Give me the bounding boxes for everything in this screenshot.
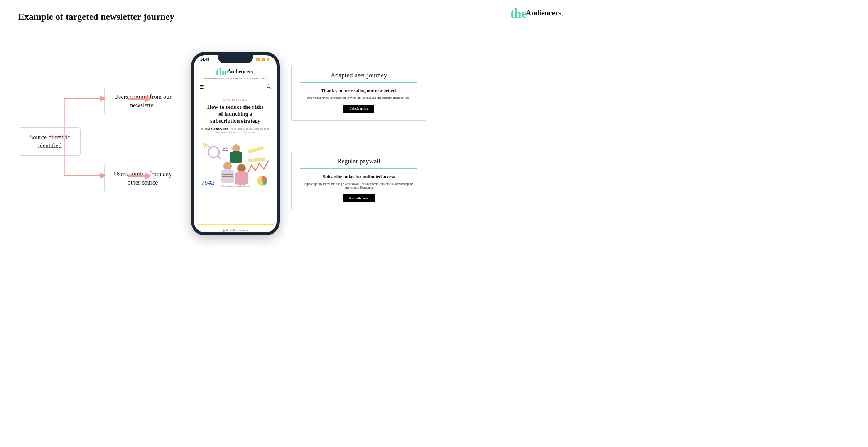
arrow-newsletter-to-phone <box>128 95 152 103</box>
svg-text:36: 36 <box>222 145 229 152</box>
hamburger-icon[interactable]: ☰ <box>199 85 204 90</box>
updated-label: UPDATED: <box>215 131 227 134</box>
phone-tagline: ENGAGEMENT, CONVERSION & RETENTION <box>198 77 273 80</box>
logo-comma: , <box>562 9 564 17</box>
article-author: MADELEINE WHITE <box>205 128 228 130</box>
updated-value: 3 MINS AGO <box>228 131 243 134</box>
svg-point-9 <box>208 147 219 157</box>
article-category: OPERATIONS <box>198 98 273 101</box>
wifi-icon: 🛜 <box>261 58 265 61</box>
phone-logo-audiencers: Audiencers <box>227 68 253 75</box>
subscribe-now-button[interactable]: Subscribe now <box>343 194 375 202</box>
card-adapted-headline: Thank you for reading our newsletter! <box>300 88 417 94</box>
reading-progress-bar <box>197 224 274 225</box>
published-label: PUBLISHED: <box>230 128 245 130</box>
phone-notch <box>218 55 253 63</box>
card-regular-paywall: Regular paywall Subscribe today for unli… <box>291 152 426 210</box>
phone-brand-logo: the Audiencers , <box>198 68 273 76</box>
svg-point-17 <box>237 164 246 173</box>
card-adapted-journey: Adapted user journey Thank you for readi… <box>291 66 426 121</box>
svg-line-10 <box>218 156 221 159</box>
svg-marker-2 <box>145 96 152 102</box>
read-time: 9 MIN <box>248 131 255 134</box>
card-divider <box>300 82 417 83</box>
svg-point-6 <box>267 85 270 88</box>
published-value: 23 NOVEMBER 2022 <box>246 128 269 130</box>
article-meta: BY MADELEINE WHITE PUBLISHED: 23 NOVEMBE… <box>198 127 273 134</box>
card-adapted-body: As a valued newsletter subscriber (♥) we… <box>300 96 417 100</box>
status-icons: 📶 🛜 🔋 <box>256 58 270 61</box>
svg-marker-3 <box>145 173 152 179</box>
illustration-credit: © Illustration by Aurélie Garnier <box>198 185 272 187</box>
phone-logo-the: the <box>216 69 228 76</box>
slide-title: Example of targeted newsletter journey <box>18 12 174 22</box>
arrow-other-to-phone <box>128 172 152 180</box>
logo-audiencers: Audiencers <box>526 8 561 17</box>
brand-logo: the Audiencers , <box>510 8 564 18</box>
status-time: 14:05 <box>200 58 209 61</box>
article-illustration: % 36 7642 <box>198 137 272 190</box>
phone-nav: ☰ <box>199 83 272 91</box>
article-title: How to reduce the risks of launching a s… <box>204 103 267 124</box>
svg-point-13 <box>223 162 232 170</box>
svg-text:%: % <box>203 142 209 150</box>
battery-icon: 🔋 <box>266 58 270 61</box>
connector-split <box>50 97 108 178</box>
byline-prefix: BY <box>201 128 204 130</box>
svg-line-7 <box>270 87 271 89</box>
card-regular-headline: Subscribe today for unlimited access <box>300 174 417 180</box>
card-adapted-body-after: ) we'd like to offer you this premium ar… <box>350 96 410 100</box>
svg-marker-0 <box>100 95 106 102</box>
unlock-article-button[interactable]: Unlock article <box>343 105 374 113</box>
phone-mockup: 14:05 📶 🛜 🔋 the Audiencers , ENGAGEMENT,… <box>191 52 280 235</box>
search-icon[interactable] <box>267 84 271 90</box>
card-adapted-title: Adapted user journey <box>300 71 417 79</box>
card-divider <box>300 168 417 169</box>
logo-the: the <box>510 9 527 18</box>
card-regular-body: Support quality journalism and get acces… <box>300 182 417 190</box>
cellular-icon: 📶 <box>256 58 260 61</box>
browser-url: theaudiencers.com <box>222 229 248 232</box>
card-regular-title: Regular paywall <box>300 157 417 165</box>
phone-logo-comma: , <box>253 69 255 75</box>
card-adapted-body-before: As a valued newsletter subscriber ( <box>307 96 348 100</box>
